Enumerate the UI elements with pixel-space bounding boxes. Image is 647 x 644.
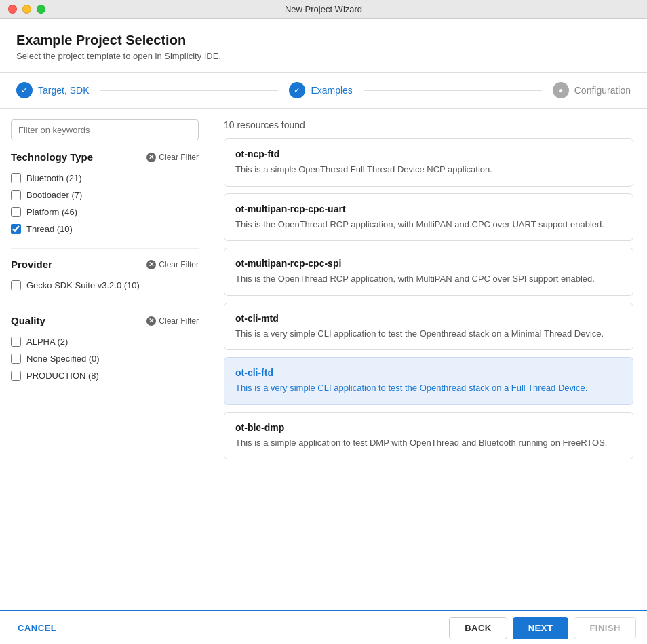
quality-clear-label: Clear Filter: [159, 316, 199, 326]
checkbox-none-specified: None Specified (0): [11, 350, 199, 367]
checkbox-gecko-sdk: Gecko SDK Suite v3.2.0 (10): [11, 277, 199, 294]
result-title-3: ot-cli-mtd: [235, 313, 622, 324]
result-card-2[interactable]: ot-multipan-rcp-cpc-spi This is the Open…: [224, 248, 633, 296]
result-desc-3: This is a very simple CLI application to…: [235, 327, 622, 341]
wizard-steps: ✓ Target, SDK ✓ Examples ● Configuration: [0, 73, 647, 109]
technology-type-clear-label: Clear Filter: [159, 153, 199, 162]
main-window: Example Project Selection Select the pro…: [0, 19, 647, 644]
cancel-button[interactable]: CANCEL: [11, 618, 63, 639]
bootloader-checkbox[interactable]: [11, 190, 21, 200]
checkbox-platform: Platform (46): [11, 204, 199, 221]
technology-type-header: Technology Type ✕ Clear Filter: [11, 151, 199, 163]
step-label-3: Configuration: [574, 85, 631, 96]
step-circle-3: ●: [553, 82, 569, 98]
step-circle-2: ✓: [289, 82, 305, 98]
checkbox-bluetooth: Bluetooth (21): [11, 170, 199, 187]
step-connector-2: [364, 90, 542, 91]
step-circle-1: ✓: [16, 82, 33, 98]
alpha-checkbox[interactable]: [11, 337, 21, 347]
checkbox-bootloader: Bootloader (7): [11, 187, 199, 204]
page-subtitle: Select the project template to open in S…: [16, 51, 631, 61]
title-bar: New Project Wizard: [0, 0, 647, 19]
checkbox-production: PRODUCTION (8): [11, 367, 199, 384]
results-area: 10 resources found ot-ncp-ftd This is a …: [210, 109, 647, 610]
none-specified-label: None Specified (0): [26, 354, 100, 364]
checkbox-thread: Thread (10): [11, 221, 199, 238]
result-card-5[interactable]: ot-ble-dmp This is a simple application …: [224, 412, 633, 460]
quality-header: Quality ✕ Clear Filter: [11, 315, 199, 326]
provider-title: Provider: [11, 259, 52, 270]
result-desc-4: This is a very simple CLI application to…: [235, 381, 622, 395]
divider-1: [11, 248, 199, 249]
result-card-4[interactable]: ot-cli-ftd This is a very simple CLI app…: [224, 357, 633, 405]
close-button[interactable]: [8, 5, 17, 14]
result-desc-1: This is the OpenThread RCP application, …: [235, 218, 622, 231]
bootloader-label: Bootloader (7): [26, 190, 82, 200]
next-button[interactable]: NEXT: [513, 617, 569, 639]
result-card-0[interactable]: ot-ncp-ftd This is a simple OpenThread F…: [224, 138, 633, 187]
minimize-button[interactable]: [22, 5, 31, 14]
result-title-2: ot-multipan-rcp-cpc-spi: [235, 258, 622, 269]
quality-section: Quality ✕ Clear Filter ALPHA (2) None Sp…: [11, 315, 199, 384]
quality-clear-filter[interactable]: ✕ Clear Filter: [146, 316, 199, 326]
provider-clear-label: Clear Filter: [159, 260, 199, 269]
page-header: Example Project Selection Select the pro…: [0, 19, 647, 73]
bluetooth-checkbox[interactable]: [11, 173, 21, 183]
bluetooth-label: Bluetooth (21): [26, 173, 82, 183]
provider-clear-filter[interactable]: ✕ Clear Filter: [146, 260, 199, 269]
clear-filter-icon-3: ✕: [146, 316, 156, 326]
divider-2: [11, 305, 199, 305]
clear-filter-icon-1: ✕: [146, 153, 156, 162]
quality-title: Quality: [11, 315, 45, 326]
step-examples: ✓ Examples: [289, 82, 352, 98]
window-title: New Project Wizard: [285, 4, 362, 14]
result-card-3[interactable]: ot-cli-mtd This is a very simple CLI app…: [224, 303, 633, 351]
thread-label: Thread (10): [26, 224, 73, 234]
sidebar: Technology Type ✕ Clear Filter Bluetooth…: [0, 109, 210, 610]
result-title-4: ot-cli-ftd: [235, 367, 622, 378]
page-title: Example Project Selection: [16, 33, 631, 48]
step-configuration: ● Configuration: [553, 82, 631, 98]
maximize-button[interactable]: [37, 5, 45, 14]
results-count: 10 resources found: [224, 119, 633, 130]
keyword-filter-wrap: [11, 119, 199, 140]
step-label-1: Target, SDK: [38, 85, 89, 96]
step-label-2: Examples: [311, 85, 352, 96]
footer-left: CANCEL: [11, 618, 63, 639]
technology-type-title: Technology Type: [11, 151, 93, 163]
technology-type-section: Technology Type ✕ Clear Filter Bluetooth…: [11, 151, 199, 238]
platform-checkbox[interactable]: [11, 207, 21, 217]
finish-button[interactable]: FINISH: [574, 617, 636, 639]
back-button[interactable]: BACK: [449, 617, 507, 639]
step-connector-1: [100, 90, 278, 91]
traffic-lights: [8, 5, 45, 14]
footer-right: BACK NEXT FINISH: [449, 617, 636, 639]
provider-header: Provider ✕ Clear Filter: [11, 259, 199, 270]
gecko-sdk-checkbox[interactable]: [11, 280, 21, 290]
checkbox-alpha: ALPHA (2): [11, 333, 199, 350]
production-checkbox[interactable]: [11, 371, 21, 381]
content-area: Technology Type ✕ Clear Filter Bluetooth…: [0, 109, 647, 610]
keyword-filter-input[interactable]: [11, 119, 199, 140]
step-target-sdk: ✓ Target, SDK: [16, 82, 89, 98]
clear-filter-icon-2: ✕: [146, 260, 156, 269]
result-desc-0: This is a simple OpenThread Full Thread …: [235, 163, 622, 176]
result-card-1[interactable]: ot-multipan-rcp-cpc-uart This is the Ope…: [224, 193, 633, 242]
technology-type-clear-filter[interactable]: ✕ Clear Filter: [146, 153, 199, 162]
gecko-sdk-label: Gecko SDK Suite v3.2.0 (10): [26, 280, 140, 290]
alpha-label: ALPHA (2): [26, 337, 68, 347]
footer: CANCEL BACK NEXT FINISH: [0, 610, 647, 644]
none-specified-checkbox[interactable]: [11, 354, 21, 364]
provider-section: Provider ✕ Clear Filter Gecko SDK Suite …: [11, 259, 199, 294]
result-title-5: ot-ble-dmp: [235, 422, 622, 433]
production-label: PRODUCTION (8): [26, 371, 99, 381]
platform-label: Platform (46): [26, 207, 77, 217]
thread-checkbox[interactable]: [11, 224, 21, 234]
result-title-0: ot-ncp-ftd: [235, 149, 622, 159]
result-desc-5: This is a simple application to test DMP…: [235, 436, 622, 450]
result-desc-2: This is the OpenThread RCP application, …: [235, 272, 622, 286]
result-title-1: ot-multipan-rcp-cpc-uart: [235, 204, 622, 214]
